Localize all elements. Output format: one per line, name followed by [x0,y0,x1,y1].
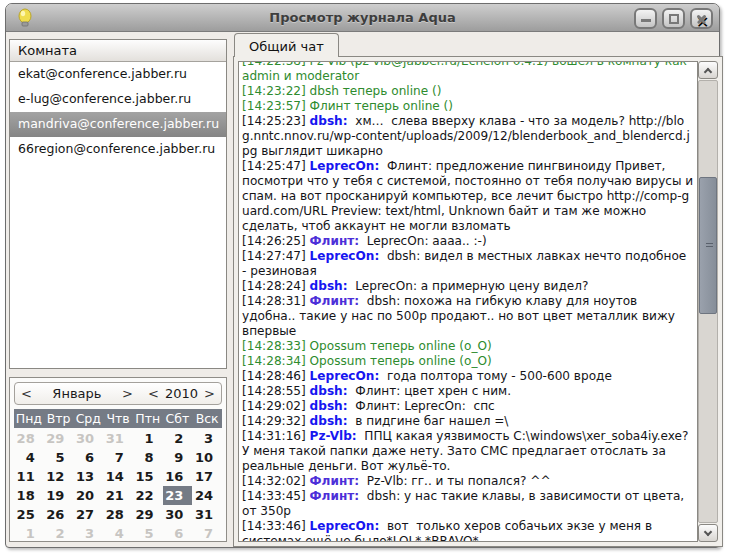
close-icon: ✕ [696,13,707,24]
calendar-day[interactable]: 15 [133,467,163,486]
chat-message: [14:23:57] Флинт теперь online () [242,99,694,114]
calendar-day[interactable]: 2 [44,524,74,543]
calendar-day[interactable]: 31 [103,429,133,448]
calendar-nav: < Январь > < 2010 > [14,382,222,405]
close-button[interactable]: ✕ [690,8,713,29]
calendar-day[interactable]: 16 [163,467,193,486]
chat-message: [14:28:55] dbsh: Флинт: цвет хрен с ним. [242,384,694,399]
scrollbar-thumb[interactable] [699,177,717,314]
calendar-day[interactable]: 24 [192,486,222,505]
calendar-day[interactable]: 10 [192,448,222,467]
calendar-day[interactable]: 19 [44,486,74,505]
chat-nick: LeprecOn: [310,519,380,533]
chat-log[interactable]: [14:22:38] Pz-Vlb (pz-vlb@jabber.ru/Eche… [238,61,698,542]
scroll-down-button[interactable] [698,524,718,542]
calendar-day[interactable]: 30 [163,505,193,524]
weekday-label: Вск [192,409,222,428]
app-window: Просмотр журнала Aqua ✕ Комната ekat@con… [5,3,720,548]
calendar-day[interactable]: 25 [14,505,44,524]
next-year-arrow[interactable]: > [198,386,221,401]
calendar-day[interactable]: 2 [163,429,193,448]
title-bar[interactable]: Просмотр журнала Aqua ✕ [6,4,719,32]
calendar-day[interactable]: 5 [44,448,74,467]
room-item[interactable]: ekat@conference.jabber.ru [10,62,226,87]
chat-message: [14:26:25] Флинт: LeprecOn: аааа.. :-) [242,234,694,249]
calendar-day[interactable]: 22 [133,486,163,505]
chat-message: [14:32:02] Флинт: Pz-Vlb: гг.. и ты попа… [242,474,694,489]
tab-common-chat[interactable]: Общий чат [234,33,339,57]
calendar-month: Январь [38,386,116,401]
chevron-down-icon [704,528,712,536]
chat-nick: dbsh: [310,279,348,293]
chat-scrollbar[interactable] [698,61,718,542]
calendar-day[interactable]: 5 [133,524,163,543]
weekday-label: Сбт [163,409,193,428]
chat-nick: LeprecOn: [310,369,380,383]
calendar-day[interactable]: 20 [73,486,103,505]
calendar-day[interactable]: 4 [103,524,133,543]
calendar-day[interactable]: 8 [133,448,163,467]
chat-message: [14:22:38] Pz-Vlb (pz-vlb@jabber.ru/Eche… [242,61,694,84]
maximize-button[interactable] [662,8,685,29]
chat-nick: dbsh: [310,414,348,428]
chat-message: [14:33:45] Флинт: dbsh: у нас такие клав… [242,489,694,519]
room-item[interactable]: mandriva@conference.jabber.ru [10,112,226,137]
calendar-day[interactable]: 14 [103,467,133,486]
calendar-day-grid: 2829303112345678910111213141516171819202… [14,429,222,543]
chat-nick: Флинт: [310,489,360,503]
calendar-day[interactable]: 12 [44,467,74,486]
prev-month-arrow[interactable]: < [15,386,38,401]
room-list-header[interactable]: Комната [10,40,226,62]
room-item[interactable]: e-lug@conference.jabber.ru [10,87,226,112]
scroll-up-button[interactable] [698,61,718,79]
chat-message: [14:31:16] Pz-Vlb: ППЦ какая уязвимость … [242,429,694,474]
calendar-day[interactable]: 3 [73,524,103,543]
scrollbar-trough[interactable] [698,80,718,523]
calendar-day[interactable]: 29 [133,505,163,524]
calendar-day[interactable]: 11 [14,467,44,486]
calendar-day[interactable]: 27 [73,505,103,524]
calendar-day[interactable]: 30 [73,429,103,448]
prev-year-arrow[interactable]: < [142,386,165,401]
calendar-day[interactable]: 17 [192,467,222,486]
chat-notebook: [14:22:38] Pz-Vlb (pz-vlb@jabber.ru/Eche… [233,56,723,547]
calendar-day[interactable]: 3 [192,429,222,448]
calendar-day[interactable]: 4 [14,448,44,467]
url-text: http://comp-guard.com/URL [242,189,689,218]
chat-log-inner: [14:22:38] Pz-Vlb (pz-vlb@jabber.ru/Eche… [242,61,694,542]
room-list: Комната ekat@conference.jabber.rue-lug@c… [9,39,227,369]
calendar-day[interactable]: 1 [133,429,163,448]
next-month-arrow[interactable]: > [116,386,139,401]
calendar-day[interactable]: 28 [14,429,44,448]
calendar-weekday-row: ПндВтрСрдЧтвПтнСбтВск [14,409,222,428]
calendar-day[interactable]: 6 [73,448,103,467]
chat-nick: Pz-Vlb: [310,429,357,443]
chat-nick: Флинт: [310,234,360,248]
calendar-day[interactable]: 6 [163,524,193,543]
calendar-year: 2010 [165,386,198,401]
calendar: < Январь > < 2010 > ПндВтрСрдЧтвПтнСбтВс… [9,377,227,542]
chat-nick: dbsh: [310,114,348,128]
room-item[interactable]: 66region@conference.jabber.ru [10,137,226,162]
calendar-day[interactable]: 13 [73,467,103,486]
room-list-items: ekat@conference.jabber.rue-lug@conferenc… [10,62,226,162]
calendar-day[interactable]: 7 [192,524,222,543]
calendar-day[interactable]: 7 [103,448,133,467]
calendar-day[interactable]: 28 [103,505,133,524]
minimize-icon [641,15,651,22]
calendar-day[interactable]: 26 [44,505,74,524]
chat-message: [14:28:34] Opossum теперь online (o_O) [242,354,694,369]
minimize-button[interactable] [634,8,657,29]
calendar-day[interactable]: 9 [163,448,193,467]
calendar-day[interactable]: 18 [14,486,44,505]
scrollbar-grip-icon [706,243,713,249]
calendar-day[interactable]: 21 [103,486,133,505]
weekday-label: Срд [73,409,103,428]
chat-message: [14:28:33] Opossum теперь online (o_O) [242,339,694,354]
calendar-day[interactable]: 29 [44,429,74,448]
calendar-day[interactable]: 31 [192,505,222,524]
calendar-day[interactable]: 23 [163,486,193,505]
chat-message: [14:33:46] LeprecOn: вот только херов со… [242,519,694,542]
chat-nick: LeprecOn: [310,249,380,263]
calendar-day[interactable]: 1 [14,524,44,543]
